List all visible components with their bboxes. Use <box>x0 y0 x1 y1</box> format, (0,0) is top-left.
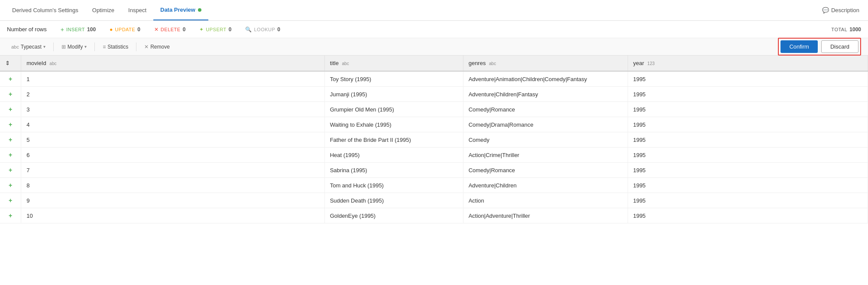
cell-movieId: 8 <box>21 178 324 193</box>
row-add-cell: + <box>0 87 21 102</box>
active-dot <box>198 8 201 12</box>
table-row: +3Grumpier Old Men (1995)Comedy|Romance1… <box>0 102 868 117</box>
add-row-button[interactable]: + <box>5 121 16 128</box>
cell-genres: Comedy|Drama|Romance <box>463 117 628 132</box>
modify-chevron: ▾ <box>84 44 87 49</box>
cell-year: 1995 <box>628 193 868 208</box>
add-row-button[interactable]: + <box>5 106 16 113</box>
table-row: +9Sudden Death (1995)Action1995 <box>0 193 868 208</box>
cell-movieId: 6 <box>21 147 324 163</box>
cell-year: 1995 <box>628 117 868 132</box>
cell-movieId: 2 <box>21 87 324 102</box>
cell-genres: Comedy <box>463 132 628 147</box>
row-add-cell: + <box>0 163 21 178</box>
col-header-year[interactable]: year 123 <box>628 56 868 71</box>
nav-optimize[interactable]: Optimize <box>85 0 121 20</box>
table-row: +1Toy Story (1995)Adventure|Animation|Ch… <box>0 71 868 87</box>
add-row-button[interactable]: + <box>5 151 16 158</box>
statistics-button[interactable]: ≡ Statistics <box>98 42 133 52</box>
cell-movieId: 4 <box>21 117 324 132</box>
cell-genres: Adventure|Children <box>463 178 628 193</box>
insert-stat: + INSERT 100 <box>61 26 96 33</box>
row-add-cell: + <box>0 117 21 132</box>
cell-title: Sabrina (1995) <box>324 163 463 178</box>
table-row: +2Jumanji (1995)Adventure|Children|Fanta… <box>0 87 868 102</box>
statistics-icon: ≡ <box>103 44 106 50</box>
cell-movieId: 5 <box>21 132 324 147</box>
cell-year: 1995 <box>628 132 868 147</box>
action-buttons: Confirm Discard <box>778 38 861 56</box>
cell-year: 1995 <box>628 178 868 193</box>
upsert-icon: ✦ <box>199 26 204 33</box>
table-row: +4Waiting to Exhale (1995)Comedy|Drama|R… <box>0 117 868 132</box>
separator-3 <box>136 43 136 51</box>
nav-inspect[interactable]: Inspect <box>121 0 153 20</box>
top-navigation: Derived Column's Settings Optimize Inspe… <box>0 0 868 21</box>
table-row: +5Father of the Bride Part II (1995)Come… <box>0 132 868 147</box>
cell-genres: Action|Crime|Thriller <box>463 147 628 163</box>
row-add-cell: + <box>0 71 21 87</box>
row-add-cell: + <box>0 208 21 223</box>
cell-year: 1995 <box>628 87 868 102</box>
add-row-button[interactable]: + <box>5 182 16 189</box>
typecast-chevron: ▾ <box>43 44 45 49</box>
typecast-button[interactable]: abc Typecast ▾ <box>7 42 50 52</box>
remove-button[interactable]: ✕ Remove <box>140 42 174 52</box>
update-icon: ● <box>110 26 113 33</box>
description-button[interactable]: 💬 Description <box>819 5 863 15</box>
table-body: +1Toy Story (1995)Adventure|Animation|Ch… <box>0 71 868 223</box>
cell-genres: Adventure|Animation|Children|Comedy|Fant… <box>463 71 628 87</box>
cell-title: Jumanji (1995) <box>324 87 463 102</box>
add-row-button[interactable]: + <box>5 197 16 204</box>
discard-button[interactable]: Discard <box>821 40 858 53</box>
cell-genres: Action <box>463 193 628 208</box>
nav-derived-settings[interactable]: Derived Column's Settings <box>5 0 85 20</box>
cell-movieId: 10 <box>21 208 324 223</box>
sort-icon: ⇕ <box>5 60 10 66</box>
insert-icon: + <box>61 26 64 33</box>
cell-year: 1995 <box>628 102 868 117</box>
delete-stat: ✕ DELETE 0 <box>154 26 185 33</box>
add-row-button[interactable]: + <box>5 91 16 98</box>
cell-title: Waiting to Exhale (1995) <box>324 117 463 132</box>
cell-year: 1995 <box>628 147 868 163</box>
cell-title: GoldenEye (1995) <box>324 208 463 223</box>
add-row-button[interactable]: + <box>5 212 16 219</box>
typecast-prefix: abc <box>11 44 19 49</box>
modify-button[interactable]: ⊞ Modify ▾ <box>57 42 91 52</box>
cell-title: Heat (1995) <box>324 147 463 163</box>
add-row-button[interactable]: + <box>5 75 16 82</box>
cell-year: 1995 <box>628 163 868 178</box>
col-header-movieId[interactable]: movieId abc <box>21 56 324 71</box>
cell-genres: Comedy|Romance <box>463 163 628 178</box>
modify-icon: ⊞ <box>62 44 66 50</box>
cell-year: 1995 <box>628 208 868 223</box>
nav-data-preview[interactable]: Data Preview <box>153 0 208 20</box>
cell-genres: Comedy|Romance <box>463 102 628 117</box>
table-row: +7Sabrina (1995)Comedy|Romance1995 <box>0 163 868 178</box>
col-header-genres[interactable]: genres abc <box>463 56 628 71</box>
col-header-sort: ⇕ <box>0 56 21 71</box>
confirm-button[interactable]: Confirm <box>781 40 818 53</box>
update-stat: ● UPDATE 0 <box>110 26 140 33</box>
add-row-button[interactable]: + <box>5 167 16 174</box>
table-header-row: ⇕ movieId abc title abc genres abc year … <box>0 56 868 71</box>
lookup-stat: 🔍 LOOKUP 0 <box>245 26 280 33</box>
data-table-wrapper: ⇕ movieId abc title abc genres abc year … <box>0 56 868 285</box>
remove-icon: ✕ <box>144 44 149 50</box>
cell-title: Grumpier Old Men (1995) <box>324 102 463 117</box>
upsert-stat: ✦ UPSERT 0 <box>199 26 231 33</box>
add-row-button[interactable]: + <box>5 136 16 143</box>
row-add-cell: + <box>0 147 21 163</box>
comment-icon: 💬 <box>822 7 829 13</box>
delete-icon: ✕ <box>154 26 159 33</box>
cell-year: 1995 <box>628 71 868 87</box>
cell-title: Toy Story (1995) <box>324 71 463 87</box>
cell-genres: Action|Adventure|Thriller <box>463 208 628 223</box>
col-header-title[interactable]: title abc <box>324 56 463 71</box>
table-row: +10GoldenEye (1995)Action|Adventure|Thri… <box>0 208 868 223</box>
toolbar: abc Typecast ▾ ⊞ Modify ▾ ≡ Statistics ✕… <box>0 38 868 56</box>
lookup-icon: 🔍 <box>245 26 252 33</box>
row-add-cell: + <box>0 178 21 193</box>
cell-movieId: 1 <box>21 71 324 87</box>
